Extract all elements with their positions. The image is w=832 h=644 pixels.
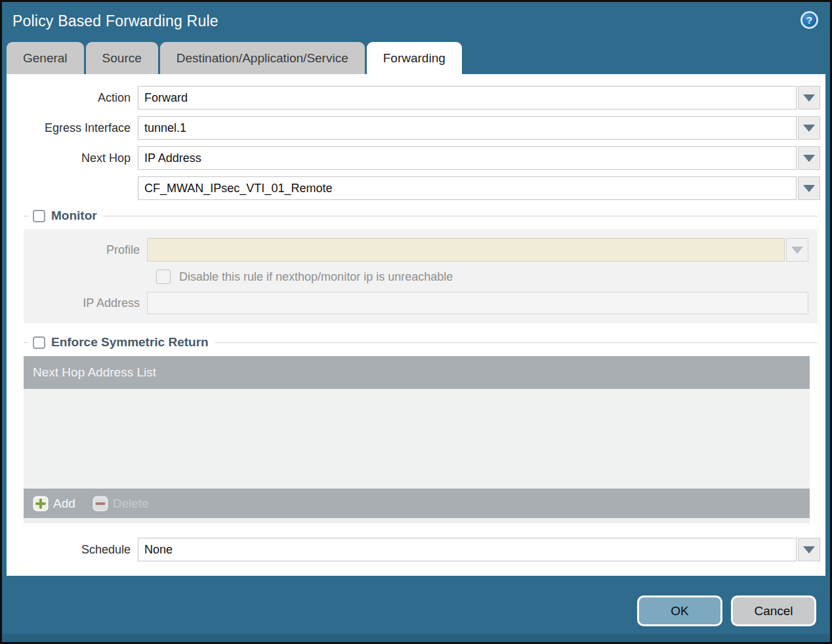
enforce-symmetric-return-legend-label: Enforce Symmetric Return (51, 335, 209, 350)
schedule-dropdown-button[interactable] (798, 538, 820, 561)
profile-dropdown-button[interactable] (786, 238, 808, 262)
next-hop-address-dropdown-button[interactable] (798, 176, 820, 200)
action-row: Action Forward (7, 86, 820, 110)
delete-button-label: Delete (113, 496, 149, 511)
tab-forwarding[interactable]: Forwarding (367, 42, 462, 74)
egress-interface-row: Egress Interface tunnel.1 (7, 116, 820, 140)
next-hop-address-combo: CF_MWAN_IPsec_VTI_01_Remote (138, 176, 820, 200)
monitor-ip-address-label: IP Address (24, 296, 147, 310)
monitor-fieldset: Monitor Profile Disable this rule if nex… (24, 207, 818, 323)
monitor-legend: Monitor (24, 207, 818, 224)
disable-rule-checkbox[interactable] (156, 270, 171, 284)
chevron-down-icon (791, 247, 803, 254)
action-label: Action (7, 91, 138, 105)
next-hop-address-list-table: Next Hop Address List Add (24, 356, 810, 523)
next-hop-type-dropdown-button[interactable] (798, 146, 820, 170)
next-hop-address-row: CF_MWAN_IPsec_VTI_01_Remote (7, 176, 820, 200)
egress-interface-value[interactable]: tunnel.1 (138, 116, 797, 140)
next-hop-address-value[interactable]: CF_MWAN_IPsec_VTI_01_Remote (138, 176, 797, 200)
chevron-down-icon (803, 185, 815, 192)
schedule-label: Schedule (7, 543, 138, 557)
help-icon[interactable]: ? (800, 10, 819, 30)
enforce-symmetric-return-legend: Enforce Symmetric Return (24, 334, 818, 351)
profile-label: Profile (24, 243, 147, 257)
action-combo: Forward (138, 86, 820, 110)
ok-button[interactable]: OK (637, 595, 722, 626)
dialog-titlebar: Policy Based Forwarding Rule ? (2, 2, 830, 40)
add-button[interactable]: Add (33, 496, 75, 512)
action-dropdown-button[interactable] (798, 86, 820, 110)
next-hop-row: Next Hop IP Address (7, 146, 820, 170)
monitor-ip-address-row: IP Address (24, 292, 808, 314)
plus-icon (33, 496, 49, 512)
dialog-bottom-edge (2, 634, 830, 642)
help-glyph: ? (806, 14, 812, 26)
policy-based-forwarding-rule-dialog: Policy Based Forwarding Rule ? General S… (0, 0, 832, 644)
next-hop-label: Next Hop (7, 151, 138, 165)
chevron-down-icon (803, 125, 815, 132)
table-bottom-strip (24, 518, 810, 523)
schedule-row: Schedule None (7, 538, 820, 561)
next-hop-address-list-column-header[interactable]: Next Hop Address List (24, 356, 810, 389)
profile-value[interactable] (147, 238, 785, 262)
dialog-footer: OK Cancel (2, 576, 830, 642)
monitor-legend-label: Monitor (51, 209, 97, 223)
chevron-down-icon (803, 155, 815, 162)
delete-button[interactable]: Delete (93, 496, 149, 512)
next-hop-type-combo: IP Address (138, 146, 820, 170)
chevron-down-icon (803, 546, 815, 553)
tab-general[interactable]: General (7, 42, 84, 74)
tab-bar: General Source Destination/Application/S… (7, 40, 830, 74)
minus-icon (93, 496, 108, 512)
cancel-button[interactable]: Cancel (731, 595, 816, 626)
profile-row: Profile (24, 238, 808, 262)
disable-rule-label: Disable this rule if nexthop/monitor ip … (179, 270, 453, 284)
egress-interface-label: Egress Interface (7, 121, 138, 135)
chevron-down-icon (803, 94, 815, 102)
next-hop-type-value[interactable]: IP Address (138, 146, 797, 170)
action-value[interactable]: Forward (138, 86, 797, 110)
monitor-checkbox[interactable] (33, 210, 45, 222)
schedule-value[interactable]: None (138, 538, 797, 561)
monitor-body: Profile Disable this rule if nexthop/mon… (24, 230, 818, 323)
egress-interface-dropdown-button[interactable] (798, 116, 820, 140)
enforce-symmetric-return-checkbox[interactable] (33, 336, 45, 349)
next-hop-address-list-toolbar: Add Delete (24, 489, 810, 518)
egress-interface-combo: tunnel.1 (138, 116, 820, 140)
enforce-symmetric-return-fieldset: Enforce Symmetric Return Next Hop Addres… (24, 334, 818, 523)
monitor-ip-address-input[interactable] (147, 292, 808, 314)
tab-source[interactable]: Source (86, 42, 158, 74)
schedule-combo: None (138, 538, 820, 561)
profile-combo (147, 238, 808, 262)
dialog-title: Policy Based Forwarding Rule (2, 2, 830, 30)
add-button-label: Add (53, 496, 75, 511)
tab-destination-application-service[interactable]: Destination/Application/Service (160, 42, 365, 74)
forwarding-tab-panel: Action Forward Egress Interface tunnel.1… (7, 74, 825, 576)
next-hop-address-list-body[interactable] (24, 389, 810, 489)
disable-rule-row: Disable this rule if nexthop/monitor ip … (156, 270, 811, 284)
